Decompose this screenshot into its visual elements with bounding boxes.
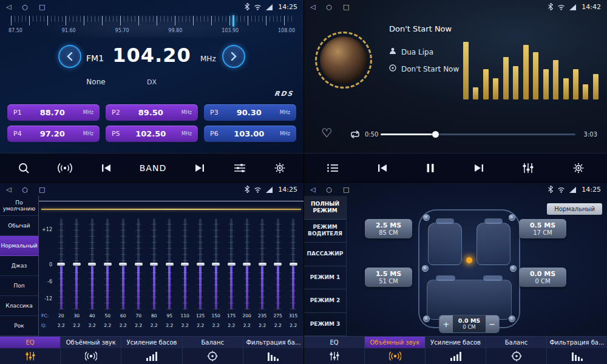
tab-surround[interactable]: Объёмный звук xyxy=(365,337,426,364)
eq-slider-knob[interactable] xyxy=(57,263,65,266)
mode-1[interactable]: РЕЖИМ 1 xyxy=(304,266,346,290)
pause-button[interactable] xyxy=(421,153,440,182)
eq-slider-knob[interactable] xyxy=(135,263,143,266)
eq-preset-classic[interactable]: Классика xyxy=(0,296,38,316)
delay-rear-right[interactable]: 0.0 MS 0 CM xyxy=(519,268,566,287)
eq-band-slider[interactable] xyxy=(193,218,209,309)
eq-slider-knob[interactable] xyxy=(290,263,297,266)
eq-slider-knob[interactable] xyxy=(104,263,112,266)
surround-preset-chip[interactable]: Нормальный xyxy=(547,203,602,215)
mode-passenger[interactable]: ПАССАЖИР xyxy=(304,243,346,266)
listening-position-dot[interactable] xyxy=(466,257,472,263)
delay-minus-button[interactable]: − xyxy=(486,315,499,332)
eq-band-slider[interactable] xyxy=(100,218,116,309)
equalizer-icon[interactable] xyxy=(517,153,539,182)
eq-band-slider[interactable] xyxy=(162,218,178,309)
delay-front-left[interactable]: 2.5 MS 85 CM xyxy=(365,219,412,238)
broadcast-icon[interactable] xyxy=(53,153,77,182)
mode-driver[interactable]: РЕЖИМ ВОДИТЕЛЯ xyxy=(304,220,346,243)
recents-icon[interactable]: □ xyxy=(343,186,349,193)
preset-p2[interactable]: P2 89.50 MHz xyxy=(106,104,198,121)
mode-3[interactable]: РЕЖИМ 3 xyxy=(304,313,346,337)
delay-plus-button[interactable]: + xyxy=(439,315,453,332)
next-button[interactable] xyxy=(189,153,210,182)
previous-button[interactable] xyxy=(96,153,117,182)
back-icon[interactable]: ◁ xyxy=(6,4,11,10)
frequency-scale[interactable]: 87.5091.6095.7099.80103.90108.00 xyxy=(7,16,296,38)
tab-filter[interactable]: Фильтрация ба... xyxy=(547,337,607,364)
eq-slider-knob[interactable] xyxy=(88,263,96,266)
eq-slider-knob[interactable] xyxy=(212,263,220,266)
recents-icon[interactable]: □ xyxy=(39,186,45,193)
settings-gear-icon[interactable] xyxy=(269,153,291,182)
repeat-icon[interactable] xyxy=(349,130,361,141)
playlist-icon[interactable] xyxy=(322,153,344,182)
home-icon[interactable]: ○ xyxy=(326,4,332,10)
eq-band-slider[interactable] xyxy=(69,218,85,309)
eq-band-slider[interactable] xyxy=(239,218,255,309)
eq-slider-knob[interactable] xyxy=(119,263,127,266)
search-stations-button[interactable] xyxy=(13,153,35,182)
eq-band-slider[interactable] xyxy=(146,218,162,309)
eq-slider-knob[interactable] xyxy=(181,263,189,266)
tab-balance[interactable]: Баланс xyxy=(486,337,547,364)
favorite-heart-icon[interactable]: ♡ xyxy=(321,127,332,139)
mode-2[interactable]: РЕЖИМ 2 xyxy=(304,289,346,313)
next-track-button[interactable] xyxy=(469,153,489,182)
eq-preset-custom[interactable]: Обычай xyxy=(0,216,38,236)
eq-slider-knob[interactable] xyxy=(166,263,174,266)
seek-down-button[interactable] xyxy=(58,45,81,68)
eq-band-slider[interactable] xyxy=(84,218,100,309)
delay-front-right[interactable]: 0.5 MS 17 CM xyxy=(519,219,566,238)
preset-p4[interactable]: P4 97.20 MHz xyxy=(7,126,100,142)
eq-slider-knob[interactable] xyxy=(274,263,282,266)
eq-slider-knob[interactable] xyxy=(228,263,236,266)
progress-knob[interactable] xyxy=(432,131,439,138)
progress-track[interactable] xyxy=(381,133,575,135)
preset-p5[interactable]: P5 102.50 MHz xyxy=(106,126,198,142)
home-icon[interactable]: ○ xyxy=(22,186,28,193)
seek-up-button[interactable] xyxy=(222,45,245,68)
home-icon[interactable]: ○ xyxy=(22,4,28,10)
eq-slider-knob[interactable] xyxy=(73,263,81,266)
home-icon[interactable]: ○ xyxy=(326,186,332,193)
tab-balance[interactable]: Баланс xyxy=(183,337,243,364)
mode-full[interactable]: ПОЛНЫЙ РЕЖИМ xyxy=(304,196,346,220)
tab-bass-boost[interactable]: Усиление басов xyxy=(426,337,486,364)
eq-slider-knob[interactable] xyxy=(259,263,266,266)
delay-rear-left[interactable]: 1.5 MS 51 CM xyxy=(365,268,412,287)
eq-band-slider[interactable] xyxy=(224,218,240,309)
back-icon[interactable]: ◁ xyxy=(310,186,315,193)
tab-bass-boost[interactable]: Усиление басов xyxy=(121,337,182,364)
recents-icon[interactable]: □ xyxy=(39,4,45,10)
eq-preset-rock[interactable]: Рок xyxy=(0,316,38,336)
eq-preset-jazz[interactable]: Джаз xyxy=(0,256,38,276)
preset-p1[interactable]: P1 88.70 MHz xyxy=(7,104,100,121)
eq-band-slider[interactable] xyxy=(115,218,131,309)
back-icon[interactable]: ◁ xyxy=(6,186,11,193)
recents-icon[interactable]: □ xyxy=(343,4,349,10)
preset-p6[interactable]: P6 103.00 MHz xyxy=(204,126,296,142)
band-button[interactable]: BAND xyxy=(135,153,171,182)
eq-slider-knob[interactable] xyxy=(243,263,251,266)
eq-slider-knob[interactable] xyxy=(197,263,205,266)
tab-filter[interactable]: Фильтрация ба... xyxy=(243,337,304,364)
tab-surround[interactable]: Объёмный звук xyxy=(61,337,121,364)
eq-band-slider[interactable] xyxy=(270,218,286,309)
eq-band-slider[interactable] xyxy=(131,218,147,309)
tab-eq[interactable]: EQ xyxy=(304,337,365,364)
preset-p3[interactable]: P3 90.30 MHz xyxy=(204,104,296,121)
eq-preset-default[interactable]: По умолчанию xyxy=(0,196,38,216)
eq-band-slider[interactable] xyxy=(255,218,271,309)
eq-band-slider[interactable] xyxy=(208,218,224,309)
eq-preset-pop[interactable]: Поп xyxy=(0,276,38,296)
previous-track-button[interactable] xyxy=(372,153,393,182)
settings-gear-icon[interactable] xyxy=(568,153,589,182)
tab-eq[interactable]: EQ xyxy=(0,337,61,364)
tune-sliders-icon[interactable] xyxy=(229,153,251,182)
eq-slider-knob[interactable] xyxy=(150,263,158,266)
eq-band-slider[interactable] xyxy=(53,218,69,309)
eq-band-slider[interactable] xyxy=(177,218,193,309)
eq-preset-normal[interactable]: Нормальный xyxy=(0,236,38,256)
back-icon[interactable]: ◁ xyxy=(310,4,315,10)
